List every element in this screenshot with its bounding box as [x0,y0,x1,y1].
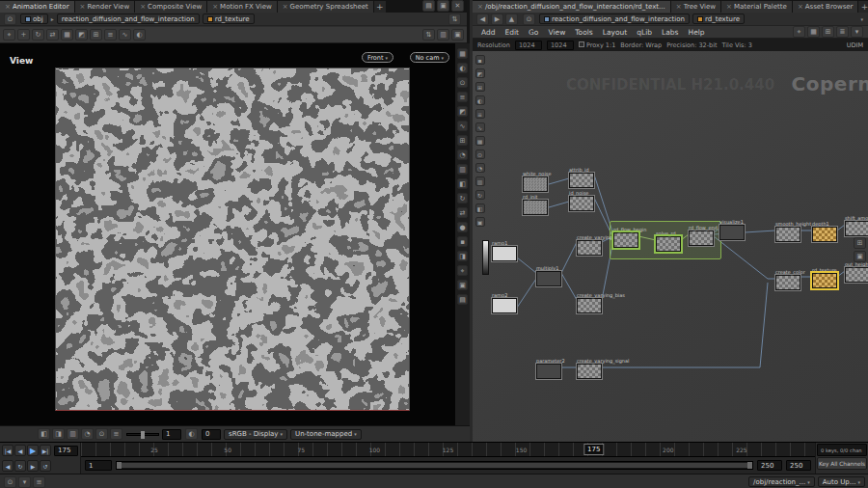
tab-close-icon[interactable]: × [283,3,288,11]
expand-icon[interactable]: ▣ [451,29,464,41]
vp-half-icon[interactable]: ◧ [457,178,468,189]
node-ramp2[interactable]: ramp2 [492,292,519,313]
vp-refresh-icon[interactable]: ↻ [457,193,468,203]
net-badge-icon-12[interactable]: ◧ [475,203,485,213]
reaction-diffusion-image[interactable] [55,68,410,411]
camera-menu[interactable]: No cam ▾ [410,52,449,63]
key-all-channels-button[interactable]: Key All Channels [817,457,867,470]
node-ramp1[interactable]: ramp1 [492,240,519,261]
play-reverse-button[interactable]: ◀ [14,445,26,456]
grid-snap-icon[interactable]: ▦ [61,29,73,41]
node-solve_rd[interactable]: solve_rd [656,230,683,252]
vp-display-icon[interactable]: ▦ [457,48,468,59]
realtime-toggle-icon[interactable]: ↻ [14,460,26,472]
shading-icon[interactable]: ◩ [75,29,88,41]
exposure-icon[interactable]: ◐ [133,29,146,41]
timeline-ruler[interactable]: 175 255075100125150175200225 [81,443,815,457]
net-zoom-icon[interactable]: ⊞ [854,237,866,249]
node-rd_flow_begin[interactable]: rd_flow_begin [613,227,640,248]
add-tab-button[interactable]: + [858,1,868,13]
net-badge-icon-13[interactable]: ▣ [475,217,485,227]
status-list-icon[interactable]: ≡ [33,476,45,488]
menu-go[interactable]: Go [524,28,543,37]
node-rd_flow_end[interactable]: rd_flow_end [689,225,716,246]
prev-key-button[interactable]: ◀ [2,460,14,472]
range-end-field[interactable]: 250 [757,460,782,471]
tab-close-icon[interactable]: × [798,3,803,11]
node-out_height[interactable]: out_height [845,261,868,283]
menu-add[interactable]: Add [476,28,501,37]
net-path-node-chip[interactable]: reaction_diffusion_and_flow_interaction [539,14,690,24]
precision-mode[interactable]: Precision: 32-bit [666,41,717,49]
net-target-icon[interactable]: ⌖ [793,26,805,38]
menu-help[interactable]: Help [684,28,710,37]
range-handle-left[interactable] [117,462,122,469]
colorspace-menu[interactable]: sRGB - Display ▾ [224,429,287,440]
pin-icon[interactable]: ⊙ [523,14,535,25]
node-rd_init[interactable]: rd_init [523,194,550,215]
tile-view-icon[interactable]: ⊞ [90,29,102,41]
range-start-field[interactable]: 1 [85,460,112,471]
net-badge-icon-1[interactable]: ▪ [475,55,485,65]
add-node-icon[interactable]: + [17,29,30,41]
net-badge-icon-2[interactable]: ◩ [475,68,485,78]
net-badge-icon-7[interactable]: ▦ [475,136,485,146]
node-depth1[interactable]: depth1 [812,221,839,242]
net-menu-icon[interactable]: ▾ [851,26,863,38]
net-badge-icon-11[interactable]: ↻ [475,190,485,200]
vp-curve-icon[interactable]: ∿ [457,121,468,131]
net-fit-icon[interactable]: ▣ [854,251,866,262]
node-id_noise[interactable]: id_noise [569,190,596,211]
display-options-icon[interactable]: ≡ [104,29,117,41]
pane-split-icon[interactable]: ▤ [422,0,435,12]
node-create_color[interactable]: create_color [775,269,802,290]
forward-icon[interactable]: ▶ [491,14,503,25]
vp-mark-icon[interactable]: ▪ [457,236,468,247]
snapshot-icon[interactable]: ◧ [38,428,50,440]
pin-icon[interactable]: ⊙ [4,14,16,25]
net-badge-icon-5[interactable]: ≡ [475,109,485,119]
global-end-field[interactable]: 250 [786,460,811,471]
timer-icon[interactable]: ◔ [81,428,94,440]
tonemap-menu[interactable]: Un-tone-mapped ▾ [290,429,362,440]
loop-mode-icon[interactable]: ↺ [40,460,51,472]
tab-close-icon[interactable]: × [726,3,732,11]
next-key-button[interactable]: ▶ [27,460,39,472]
up-icon[interactable]: ▲ [505,14,518,25]
proxy-toggle[interactable]: Proxy 1:1 [579,41,615,49]
exposure-slider[interactable] [126,433,159,436]
vp-swap-icon[interactable]: ⇄ [457,207,468,218]
playhead-marker[interactable]: 175 [583,444,604,455]
resolution-x-field[interactable]: 1024 [515,41,542,50]
node-white_noise[interactable]: white_noise [523,171,550,192]
net-tile-icon[interactable]: ⊞ [822,26,834,38]
status-update-icon[interactable]: ⊙ [4,476,16,488]
border-mode[interactable]: Border: Wrap [620,41,662,49]
net-grid-icon[interactable]: ▦ [807,26,820,38]
tab-close-icon[interactable]: × [140,3,146,11]
status-path-menu[interactable]: /obj/reaction_... ▾ [748,476,815,487]
path-node-chip[interactable]: reaction_diffusion_and_flow_interaction [57,14,200,24]
compare-icon[interactable]: ◨ [52,428,65,440]
menu-edit[interactable]: Edit [501,28,525,37]
range-handle-right[interactable] [747,462,752,469]
path-leaf-chip[interactable]: rd_texture [203,14,255,24]
pane-tab[interactable]: ×Animation Editor [0,1,75,13]
node-parameter2[interactable]: parameter2 [536,358,563,379]
menu-tools[interactable]: Tools [570,28,597,37]
path-history-icon[interactable]: ⇅ [448,14,461,25]
tile-vis-mode[interactable]: Tile Vis: 3 [722,41,752,49]
range-slider[interactable] [116,461,753,470]
node-multiply1[interactable]: multiply1 [536,265,563,286]
vp-shade-icon[interactable]: ◩ [457,106,468,117]
menu-layout[interactable]: Layout [598,28,633,37]
path-root-chip[interactable]: obj [20,14,48,24]
vp-clock-icon[interactable]: ◔ [457,149,468,160]
pane-tab[interactable]: ×Render View [75,1,136,13]
image-viewport[interactable]: View Front ▾ No cam ▾ [0,43,455,425]
pane-tab[interactable]: ×Geometry Spreadsheet [278,1,374,13]
chevron-down-icon[interactable]: ▾ [860,16,863,22]
net-badge-icon-9[interactable]: ◔ [475,163,485,173]
node-shift_amount[interactable]: shift_amount [845,215,868,236]
net-badge-icon-3[interactable]: ⊞ [475,82,485,92]
